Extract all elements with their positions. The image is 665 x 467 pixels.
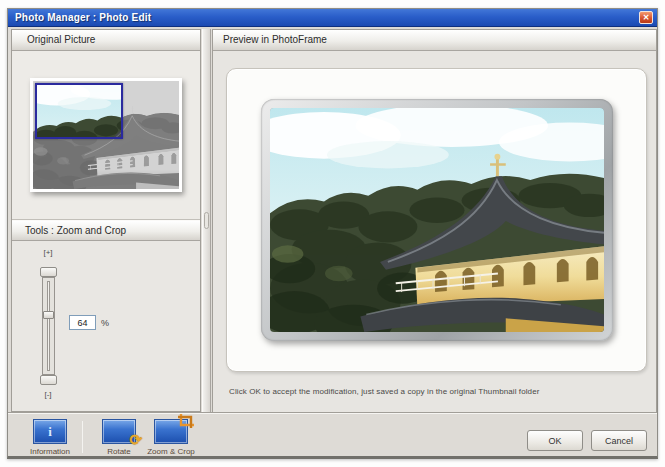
photoframe-border — [261, 99, 613, 341]
zoom-slider-thumb[interactable] — [43, 311, 54, 319]
toolbar-item-zoom-crop[interactable]: Zoom & Crop — [145, 419, 197, 456]
thumbnail-area — [12, 51, 200, 220]
zoom-out-button[interactable] — [40, 375, 57, 385]
preview-caption: Click OK to accept the modification, jus… — [229, 387, 649, 396]
bottom-toolbar: i Information ⟳ Rotate — [8, 412, 657, 456]
crop-marks-icon — [177, 413, 195, 429]
slider-groove — [47, 281, 50, 371]
title-bar[interactable]: Photo Manager : Photo Edit ✕ — [8, 9, 657, 27]
photo-edit-dialog: Photo Manager : Photo Edit ✕ Original Pi… — [7, 8, 658, 459]
zoom-in-label: [+] — [39, 248, 57, 257]
cancel-button[interactable]: Cancel — [591, 430, 647, 451]
crop-selection-rect[interactable] — [35, 83, 123, 139]
percent-label: % — [101, 318, 109, 328]
preview-area: Click OK to accept the modification, jus… — [213, 51, 656, 412]
toolbar-item-rotate[interactable]: ⟳ Rotate — [93, 419, 145, 456]
close-button[interactable]: ✕ — [639, 11, 653, 24]
toolbar-item-information[interactable]: i Information — [24, 419, 76, 456]
splitter-handle-icon[interactable] — [204, 212, 209, 229]
zoom-crop-label: Zoom & Crop — [145, 447, 197, 456]
close-icon: ✕ — [643, 13, 650, 22]
information-icon: i — [33, 419, 67, 444]
dialog-buttons: OK Cancel — [527, 413, 657, 451]
preview-photo — [270, 108, 604, 332]
original-thumbnail[interactable] — [30, 78, 182, 192]
preview-header: Preview in PhotoFrame — [213, 30, 656, 51]
zoom-slider-track[interactable] — [42, 277, 55, 375]
rotate-arrow-icon: ⟳ — [129, 431, 142, 449]
zoom-slider-section: [+] [-] % — [12, 241, 200, 411]
ok-button[interactable]: OK — [527, 430, 583, 451]
zoom-percent-group: % — [69, 315, 109, 330]
tools-header: Tools : Zoom and Crop — [12, 220, 200, 241]
crop-color-photo — [35, 83, 123, 139]
information-label: Information — [24, 447, 76, 456]
zoom-percent-input[interactable] — [69, 315, 96, 330]
zoom-in-button[interactable] — [40, 267, 57, 277]
window-title: Photo Manager : Photo Edit — [8, 12, 151, 23]
original-picture-panel: Original Picture Tools : Zoom and Crop [… — [11, 29, 201, 412]
thumbnail-image — [33, 81, 179, 189]
screenshot-canvas: Photo Manager : Photo Edit ✕ Original Pi… — [0, 0, 665, 467]
panel-splitter[interactable] — [202, 29, 211, 412]
toolbar-items: i Information ⟳ Rotate — [8, 413, 197, 456]
rotate-icon: ⟳ — [102, 419, 136, 444]
info-glyph: i — [48, 424, 52, 440]
zoom-out-label: [-] — [39, 390, 57, 399]
preview-panel: Preview in PhotoFrame Click OK to accept… — [212, 29, 657, 412]
photoframe-card — [226, 68, 647, 372]
toolbar-separator — [82, 421, 83, 453]
original-picture-header: Original Picture — [12, 30, 200, 51]
zoom-crop-icon — [154, 419, 188, 444]
